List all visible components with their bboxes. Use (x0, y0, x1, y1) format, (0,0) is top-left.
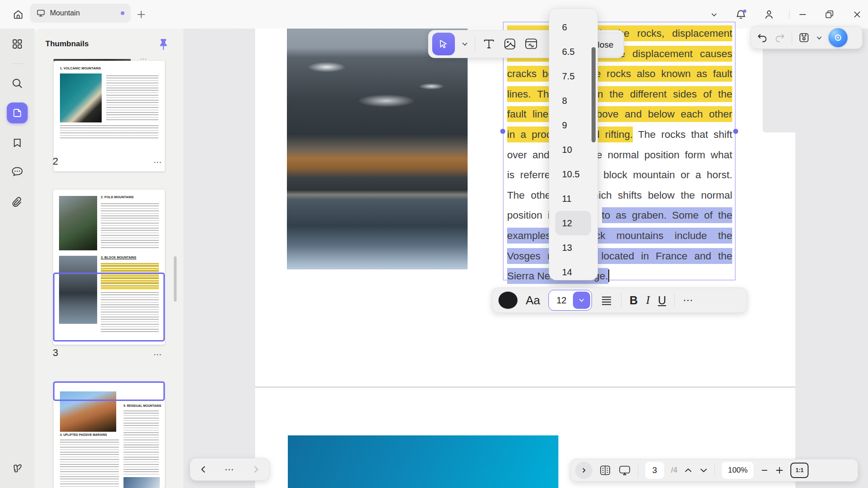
pin-icon (158, 38, 168, 51)
fontsize-option[interactable]: 11 (549, 186, 597, 211)
save-options-chevron[interactable] (816, 34, 823, 41)
panel-scrollbar[interactable] (174, 256, 177, 302)
titlebar: Mountain (0, 0, 868, 29)
mountain-lake-photo[interactable] (287, 29, 468, 269)
rail-item-bookmarks[interactable] (9, 135, 25, 151)
thumb-text-lines (60, 125, 158, 140)
document-text[interactable]: mass movements in the rocks, displacemen… (507, 24, 732, 287)
fontsize-option[interactable]: 10.5 (549, 162, 597, 186)
font-size-combo[interactable]: 12 (548, 290, 592, 311)
notifications-button[interactable] (733, 6, 749, 23)
undo-button[interactable] (756, 32, 768, 44)
previous-page-button[interactable] (684, 466, 693, 475)
rail-item-dashboard[interactable] (9, 36, 25, 52)
zoom-out-button[interactable] (760, 466, 769, 474)
document-text-line[interactable]: examples of block mountains include the (507, 226, 732, 246)
document-text-line[interactable]: position is referred to as graben. Some … (507, 205, 732, 226)
select-tool-button[interactable] (432, 33, 455, 55)
document-text-line[interactable]: cracks between the rocks also known as f… (507, 64, 732, 84)
ai-assistant-button[interactable] (829, 28, 848, 47)
collapse-toolbar-button[interactable] (706, 6, 722, 23)
rail-item-comments[interactable] (9, 164, 25, 180)
document-text-line[interactable]: in a process called rifting. The rocks t… (507, 125, 732, 145)
fontsize-option[interactable]: 14 (549, 260, 597, 284)
zoom-level-input[interactable]: 100% (721, 461, 754, 479)
fontsize-option[interactable]: 6 (549, 15, 597, 39)
minimize-icon (798, 10, 807, 19)
plain-text: is referred to as a block mountain or a … (507, 167, 732, 183)
thumbnail-menu-button[interactable]: ⋯ (153, 350, 163, 360)
fontsize-option[interactable]: 12 (555, 211, 591, 235)
fontsize-option[interactable]: 13 (549, 235, 597, 260)
pin-panel-button[interactable] (156, 37, 171, 52)
fontsize-option[interactable]: 8 (549, 88, 597, 113)
rail-item-thumbnails-active[interactable] (7, 102, 28, 123)
document-text-line[interactable]: is referred to as a block mountain or a … (507, 165, 732, 185)
text-tool-button[interactable] (482, 37, 496, 51)
select-tool-chevron[interactable] (461, 40, 469, 48)
expand-statusbar-button[interactable] (575, 462, 592, 479)
fontsize-dropdown: 66.57.5891010.511121314 (549, 8, 598, 280)
save-button[interactable] (798, 32, 810, 44)
document-text-line[interactable]: over and above the normal position form … (507, 145, 732, 166)
image-tool-button[interactable] (503, 37, 517, 51)
next-button-disabled[interactable] (252, 465, 260, 473)
viewport-rect-page4[interactable] (53, 381, 165, 401)
monitor-icon (36, 9, 45, 18)
ai-sparkle-icon (832, 32, 844, 44)
text-caret (608, 269, 609, 282)
zoom-in-button[interactable] (775, 466, 784, 475)
home-button[interactable] (10, 6, 26, 23)
redo-button-disabled[interactable] (774, 32, 786, 44)
rail-item-search[interactable] (9, 75, 25, 92)
rail-item-attachments[interactable] (9, 194, 25, 210)
minimize-button[interactable] (794, 6, 811, 23)
thumbnail-page-number: 3 (53, 347, 58, 359)
new-tab-button[interactable] (134, 8, 148, 21)
highlighted-text: to as graben. Some of the (602, 207, 733, 223)
textbox-handle-right[interactable] (733, 129, 738, 134)
font-family-button[interactable]: Aa (526, 293, 540, 307)
account-button[interactable] (761, 6, 777, 23)
next-page-button[interactable] (699, 466, 708, 475)
fontsize-option[interactable]: 9 (549, 113, 597, 137)
page-total-label: /4 (671, 466, 677, 475)
document-tab[interactable]: Mountain (30, 4, 131, 23)
presentation-mode-button[interactable] (618, 464, 631, 477)
document-text-line[interactable]: fault lines move above and below each ot… (507, 104, 732, 125)
dropdown-scrollbar[interactable] (592, 47, 596, 142)
blue-sky-photo[interactable] (288, 435, 558, 488)
statusbar-divider (638, 463, 638, 478)
highlighted-text: Vosges mountains located in France and t… (507, 248, 732, 264)
bold-button[interactable]: B (630, 294, 638, 307)
fontsize-option[interactable]: 6.5 (549, 39, 597, 64)
nav-more-button[interactable]: ⋯ (225, 464, 235, 475)
thumbnail-menu-button[interactable]: ⋯ (153, 157, 163, 167)
close-window-button[interactable] (849, 6, 865, 23)
page-number-input[interactable]: 3 (645, 461, 665, 479)
italic-button[interactable]: I (646, 294, 650, 307)
document-text-line[interactable]: lines. The rocks on the different sides … (507, 84, 732, 105)
underline-button[interactable]: U (658, 294, 666, 307)
fontsize-option[interactable]: 7.5 (549, 64, 597, 88)
font-size-dropdown-button[interactable] (573, 292, 590, 309)
plus-icon (136, 10, 146, 20)
document-text-line[interactable]: The other rock which shifts below the no… (507, 185, 732, 206)
textbox-handle-left[interactable] (500, 129, 505, 134)
font-size-value[interactable]: 12 (550, 295, 573, 306)
restore-button[interactable] (821, 6, 838, 23)
font-color-button[interactable] (498, 292, 518, 309)
document-text-line[interactable]: Vosges mountains located in France and t… (507, 246, 732, 267)
align-justify-button[interactable] (600, 294, 613, 307)
more-format-options-button[interactable]: ⋯ (683, 294, 693, 306)
link-tool-button[interactable] (523, 36, 539, 52)
viewport-rect-page3[interactable] (53, 273, 165, 342)
plain-text: The other rock which shifts below the no… (507, 187, 732, 203)
fontsize-option[interactable]: 10 (549, 137, 597, 162)
document-text-line[interactable]: Sierra Nevada Range. (507, 266, 732, 287)
thumbnail-page-2[interactable]: 1. VOLCANIC MOUNTAINS (54, 61, 165, 171)
actual-size-button[interactable]: 1:1 (790, 463, 809, 478)
page-layout-button[interactable] (599, 464, 612, 477)
prev-button[interactable] (199, 465, 207, 473)
rail-item-appearance[interactable] (9, 460, 25, 477)
